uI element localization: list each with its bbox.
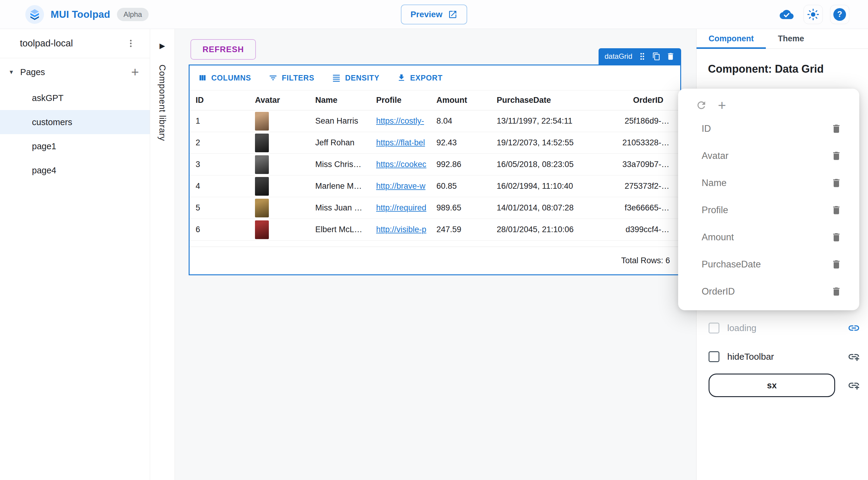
cell-amount: 247.59 [430,225,491,234]
tab-theme[interactable]: Theme [766,29,816,49]
add-binding-icon[interactable] [847,379,860,392]
column-header-profile[interactable]: Profile [370,96,430,105]
inspector-tabs: Component Theme [696,29,868,49]
open-in-new-icon [448,10,458,19]
delete-column-icon[interactable] [831,178,842,188]
popover-column-purchasedate[interactable]: PurchaseDate [678,251,859,278]
tab-component[interactable]: Component [696,29,766,49]
columns-button[interactable]: COLUMNS [198,73,251,82]
project-row: toolpad-local [0,29,150,58]
delete-column-icon[interactable] [831,259,842,270]
popover-column-label: PurchaseDate [702,259,761,270]
popover-column-amount[interactable]: Amount [678,224,859,251]
drag-handle-icon[interactable] [638,52,647,61]
add-binding-icon[interactable] [847,350,860,363]
delete-column-icon[interactable] [831,205,842,216]
profile-link[interactable]: https://cookec [376,160,427,169]
app-bar-actions: ? [777,5,849,24]
cell-profile: http://visible-p [370,225,430,234]
selection-chip[interactable]: dataGrid [598,48,681,64]
add-column-button[interactable]: + [718,98,726,112]
cell-name: Sean Harris [309,116,370,126]
sx-button[interactable]: sx [709,373,835,397]
cell-purchasedate: 16/05/2018, 08:23:05 [491,160,622,169]
cell-orderid: d399ccf4-… [622,225,680,234]
binding-link-icon[interactable] [847,322,860,334]
profile-link[interactable]: http://required [376,203,427,213]
pages-section-header[interactable]: ▾ Pages + [0,58,150,86]
columns-editor-popover: + ID Avatar Name Profile Amount Purchase… [678,89,859,310]
loading-label: loading [727,323,756,333]
density-icon [332,73,341,82]
delete-column-icon[interactable] [831,123,842,134]
alpha-badge: Alpha [117,8,149,21]
delete-column-icon[interactable] [831,286,842,297]
density-button-label: DENSITY [345,73,379,82]
export-button-label: EXPORT [410,73,443,82]
column-header-orderid[interactable]: OrderID [622,96,680,105]
column-header-id[interactable]: ID [190,96,249,105]
column-header-name[interactable]: Name [309,96,370,105]
popover-column-id[interactable]: ID [678,115,859,142]
prop-hidetoolbar-row: hideToolbar [709,346,860,367]
delete-column-icon[interactable] [831,232,842,243]
popover-column-name[interactable]: Name [678,170,859,197]
popover-column-avatar[interactable]: Avatar [678,142,859,170]
expand-library-icon[interactable]: ▶ [159,41,165,50]
hidetoolbar-checkbox[interactable] [709,351,719,362]
preview-button[interactable]: Preview [401,4,467,24]
popover-actions: + [678,95,859,115]
data-grid-component[interactable]: COLUMNS FILTERS DENSITY [189,64,681,275]
avatar-image [255,220,269,239]
delete-component-icon[interactable] [666,52,675,61]
help-icon: ? [833,8,846,21]
theme-mode-button[interactable] [804,5,823,24]
deploy-status-button[interactable] [777,5,796,24]
sidebar-item-askgpt[interactable]: askGPT [0,86,150,110]
column-header-avatar[interactable]: Avatar [249,96,309,105]
duplicate-icon[interactable] [652,52,661,61]
add-page-button[interactable]: + [131,65,139,79]
refresh-button[interactable]: REFRESH [190,39,256,60]
help-button[interactable]: ? [830,5,849,24]
popover-column-orderid[interactable]: OrderID [678,278,859,305]
profile-link[interactable]: http://visible-p [376,225,427,234]
cell-avatar [249,112,309,130]
sidebar-item-page4[interactable]: page4 [0,158,150,182]
cell-avatar [249,199,309,217]
view-column-icon [198,73,207,82]
delete-column-icon[interactable] [831,150,842,161]
prop-sx-row: sx [709,373,860,398]
density-button[interactable]: DENSITY [332,73,379,82]
download-icon [397,73,406,82]
table-row[interactable]: 2 Jeff Rohan https://flat-bel 92.43 19/1… [190,132,680,154]
table-row[interactable]: 4 Marlene M… http://brave-w 60.85 16/02/… [190,176,680,197]
sidebar-item-customers[interactable]: customers [0,110,150,134]
inspector-title: Component: Data Grid [708,63,868,76]
explorer-sidebar: toolpad-local ▾ Pages + askGPT customers… [0,29,150,480]
profile-link[interactable]: http://brave-w [376,181,426,191]
popover-column-profile[interactable]: Profile [678,197,859,224]
column-header-purchasedate[interactable]: PurchaseDate [491,96,622,105]
cell-amount: 989.65 [430,203,491,213]
cell-avatar [249,155,309,174]
column-header-amount[interactable]: Amount [430,96,491,105]
popover-column-label: Profile [702,205,728,216]
avatar-image [255,112,269,130]
profile-link[interactable]: https://costly- [376,116,424,126]
popover-column-label: Name [702,178,727,188]
cell-profile: https://cookec [370,160,430,169]
export-button[interactable]: EXPORT [397,73,443,82]
cell-amount: 92.43 [430,138,491,147]
refresh-columns-icon[interactable] [695,99,707,111]
table-row[interactable]: 1 Sean Harris https://costly- 8.04 13/11… [190,110,680,132]
project-name: toolpad-local [20,38,73,49]
sidebar-item-page1[interactable]: page1 [0,134,150,158]
profile-link[interactable]: https://flat-bel [376,138,425,147]
project-menu-button[interactable] [123,35,139,52]
filters-button[interactable]: FILTERS [269,73,314,82]
table-row[interactable]: 6 Elbert McL… http://visible-p 247.59 28… [190,219,680,241]
table-row[interactable]: 3 Miss Chris… https://cookec 992.86 16/0… [190,154,680,176]
table-row[interactable]: 5 Miss Juan … http://required 989.65 14/… [190,197,680,219]
loading-checkbox[interactable] [709,323,719,333]
